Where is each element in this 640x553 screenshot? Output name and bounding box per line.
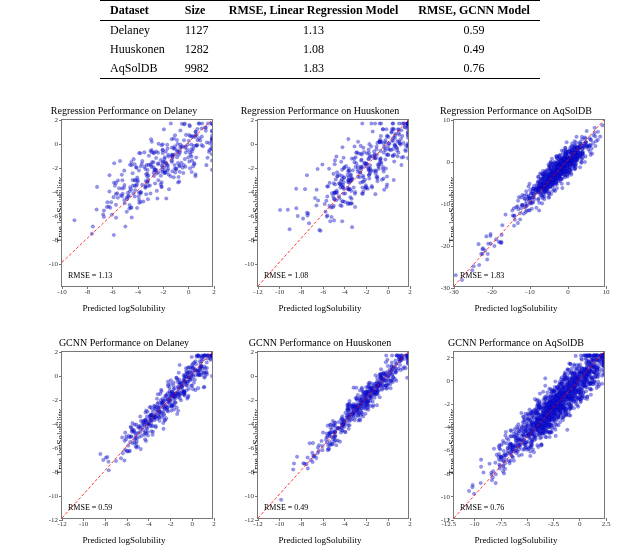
- svg-point-296: [178, 170, 182, 174]
- svg-point-559: [335, 191, 339, 195]
- svg-point-1457: [548, 184, 552, 188]
- svg-point-3817: [582, 354, 586, 358]
- svg-point-3770: [553, 385, 557, 389]
- x-tick: 2: [212, 520, 216, 528]
- table-row: Delaney 1127 1.13 0.59: [100, 21, 540, 41]
- svg-line-320: [62, 120, 212, 262]
- svg-point-1677: [196, 386, 200, 390]
- cell: 1.13: [219, 21, 409, 41]
- svg-point-2391: [358, 417, 362, 421]
- svg-point-3390: [522, 435, 526, 439]
- y-tick: -2: [444, 400, 450, 408]
- svg-point-1505: [569, 169, 573, 173]
- x-tick: -2: [168, 520, 174, 528]
- y-tick: -8: [444, 470, 450, 478]
- svg-point-273: [147, 163, 151, 167]
- x-axis-label: Predicted logSolubility: [225, 535, 415, 545]
- svg-point-678: [375, 145, 379, 149]
- svg-point-1427: [454, 273, 458, 277]
- svg-point-2411: [364, 412, 368, 416]
- svg-point-587: [368, 177, 372, 181]
- svg-point-235: [194, 173, 198, 177]
- svg-point-266: [127, 194, 131, 198]
- svg-point-237: [173, 171, 177, 175]
- svg-point-942: [485, 258, 489, 262]
- svg-point-1580: [581, 152, 585, 156]
- svg-point-254: [122, 186, 126, 190]
- svg-point-3700: [532, 432, 536, 436]
- svg-point-1863: [139, 447, 143, 451]
- svg-point-227: [150, 140, 154, 144]
- svg-point-3788: [584, 385, 588, 389]
- results-table: Dataset Size RMSE, Linear Regression Mod…: [100, 0, 540, 79]
- svg-point-628: [370, 122, 374, 126]
- svg-point-1931: [156, 392, 160, 396]
- svg-point-2079: [405, 376, 408, 380]
- svg-point-482: [380, 178, 384, 182]
- svg-point-503: [367, 173, 371, 177]
- svg-point-3377: [543, 377, 547, 381]
- svg-point-2995: [482, 471, 486, 475]
- svg-point-40: [116, 196, 120, 200]
- svg-point-217: [144, 167, 148, 171]
- plot-area: -12-10-8-6-4-202-12-10-8-6-4-202RMSE = 0…: [61, 351, 213, 519]
- chart-grid: Regression Performance on DelaneyTrue lo…: [28, 105, 612, 547]
- svg-point-260: [189, 153, 193, 157]
- svg-point-3857: [564, 407, 568, 411]
- svg-point-1443: [574, 141, 578, 145]
- svg-point-486: [296, 214, 300, 218]
- svg-point-2420: [341, 429, 345, 433]
- svg-point-3762: [580, 358, 584, 362]
- svg-point-145: [182, 138, 186, 142]
- svg-point-522: [353, 192, 357, 196]
- svg-point-1816: [190, 355, 194, 359]
- cell: 9982: [175, 59, 219, 79]
- svg-point-620: [333, 183, 337, 187]
- svg-point-637: [384, 149, 388, 153]
- svg-point-3824: [564, 402, 568, 406]
- svg-point-3585: [498, 463, 502, 467]
- svg-point-2417: [368, 386, 372, 390]
- svg-point-1460: [536, 175, 540, 179]
- svg-point-253: [173, 163, 177, 167]
- x-axis-label: Predicted logSolubility: [29, 535, 219, 545]
- svg-point-226: [167, 187, 171, 191]
- svg-point-2573: [546, 391, 550, 395]
- svg-point-441: [382, 188, 386, 192]
- svg-point-3527: [596, 375, 600, 379]
- svg-point-3807: [556, 405, 560, 409]
- svg-point-3828: [565, 397, 569, 401]
- svg-point-2230: [390, 354, 394, 358]
- chart-title: GCNN Performance on AqSolDB: [421, 337, 611, 348]
- svg-point-2273: [378, 395, 382, 399]
- x-tick: -6: [110, 288, 116, 296]
- svg-point-3596: [528, 408, 532, 412]
- svg-point-77: [147, 154, 151, 158]
- x-tick: 0: [387, 288, 391, 296]
- svg-point-308: [161, 151, 165, 155]
- y-tick: -6: [52, 444, 58, 452]
- svg-point-1648: [121, 452, 125, 456]
- plot-area: -12-10-8-6-4-202-12-10-8-6-4-202RMSE = 0…: [257, 351, 409, 519]
- svg-point-69: [156, 197, 160, 201]
- svg-point-3174: [527, 447, 531, 451]
- svg-point-1985: [156, 402, 160, 406]
- svg-point-2705: [536, 443, 540, 447]
- svg-point-2975: [494, 481, 498, 485]
- plot-area: -30-20-10010-30-20-10010RMSE = 1.83: [453, 119, 605, 287]
- svg-point-20: [154, 156, 158, 160]
- svg-point-207: [102, 209, 106, 213]
- svg-point-123: [137, 169, 141, 173]
- svg-point-1811: [119, 457, 123, 461]
- svg-point-3771: [488, 462, 492, 466]
- rmse-annotation: RMSE = 1.13: [68, 271, 112, 280]
- svg-point-291: [123, 198, 127, 202]
- svg-point-488: [316, 199, 320, 203]
- svg-point-388: [315, 204, 319, 208]
- svg-point-83: [204, 129, 208, 133]
- svg-point-243: [175, 155, 179, 159]
- svg-point-290: [118, 159, 122, 163]
- svg-point-99: [149, 192, 153, 196]
- svg-point-115: [119, 194, 123, 198]
- svg-point-1494: [537, 209, 541, 213]
